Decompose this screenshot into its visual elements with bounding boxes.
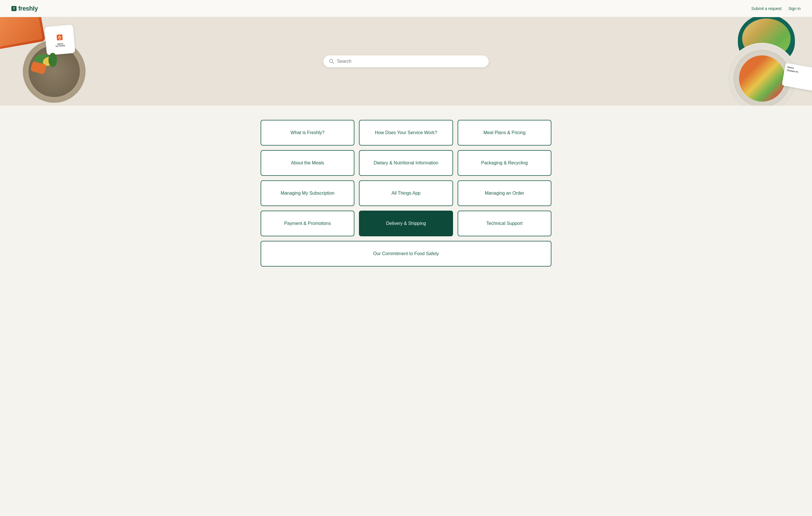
food-safety-button[interactable]: Our Commitment to Food Safety bbox=[261, 241, 551, 267]
category-button-payment-promotions[interactable]: Payment & Promotions bbox=[261, 211, 354, 236]
food-colorful bbox=[739, 55, 785, 102]
category-button-dietary-nutritional[interactable]: Dietary & Nutritional Information bbox=[359, 150, 453, 176]
category-button-managing-subscription[interactable]: Managing My Subscription bbox=[261, 180, 354, 206]
logo-text: freshly bbox=[18, 5, 38, 12]
category-grid: What is Freshly?How Does Your Service Wo… bbox=[261, 120, 551, 236]
main-header: f freshly Submit a request Sign in bbox=[0, 0, 812, 17]
logo[interactable]: f freshly bbox=[11, 5, 38, 12]
category-button-technical-support[interactable]: Technical Support bbox=[458, 211, 551, 236]
category-button-managing-order[interactable]: Managing an Order bbox=[458, 180, 551, 206]
category-button-all-things-app[interactable]: All Things App bbox=[359, 180, 453, 206]
category-button-delivery-shipping[interactable]: Delivery & Shipping bbox=[359, 211, 453, 236]
hero-banner: takeorby freshly SierraChicken P... bbox=[0, 17, 812, 106]
category-button-meal-plans-pricing[interactable]: Meal Plans & Pricing bbox=[458, 120, 551, 145]
submit-request-link[interactable]: Submit a request bbox=[751, 6, 782, 11]
hero-food-left: takeorby freshly bbox=[0, 17, 120, 106]
category-button-what-is-freshly[interactable]: What is Freshly? bbox=[261, 120, 354, 145]
header-nav: Submit a request Sign in bbox=[751, 6, 801, 11]
category-button-about-the-meals[interactable]: About the Meals bbox=[261, 150, 354, 176]
category-button-how-does-service-work[interactable]: How Does Your Service Work? bbox=[359, 120, 453, 145]
search-container[interactable] bbox=[323, 55, 489, 67]
svg-point-2 bbox=[329, 59, 333, 62]
search-input[interactable] bbox=[337, 59, 483, 64]
category-button-packaging-recycling[interactable]: Packaging & Recycling bbox=[458, 150, 551, 176]
search-icon bbox=[329, 59, 334, 64]
logo-icon: f bbox=[11, 6, 17, 11]
hero-food-right: SierraChicken P... bbox=[692, 17, 812, 106]
takeo-icon bbox=[55, 33, 64, 42]
takeo-card: takeorby freshly bbox=[45, 25, 75, 55]
sign-in-link[interactable]: Sign in bbox=[788, 6, 801, 11]
main-content: What is Freshly?How Does Your Service Wo… bbox=[249, 106, 563, 284]
search-bar bbox=[323, 55, 489, 67]
